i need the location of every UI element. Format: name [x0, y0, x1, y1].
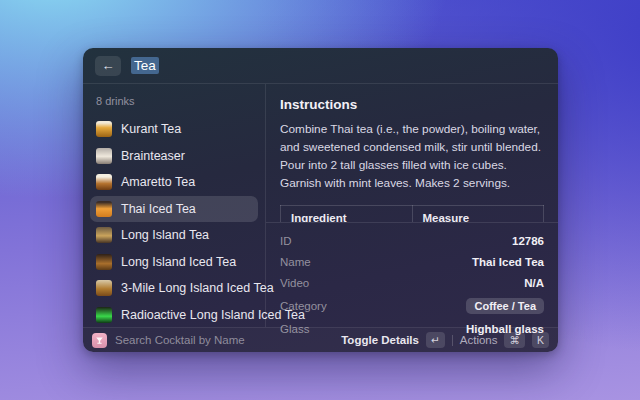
detail-pane: Instructions Combine Thai tea (i.e., the…: [265, 84, 558, 327]
cocktail-glass-icon: [92, 333, 107, 348]
instructions-heading: Instructions: [280, 97, 544, 112]
list-item-long-island-tea[interactable]: Long Island Tea: [90, 222, 258, 248]
search-bar: ← Tea: [83, 48, 558, 84]
category-badge: Coffee / Tea: [466, 298, 544, 314]
drink-thumbnail: [96, 201, 112, 217]
main-split: 8 drinks Kurant Tea Brainteaser Amaretto…: [83, 84, 558, 327]
return-key-icon: ↵: [426, 332, 445, 349]
list-item-amaretto-tea[interactable]: Amaretto Tea: [90, 169, 258, 195]
metadata-label: Video: [280, 277, 309, 289]
list-section-label: 8 drinks: [96, 95, 252, 107]
instructions-text: Combine Thai tea (i.e., the powder), boi…: [280, 121, 544, 193]
column-header-ingredient: Ingredient: [281, 205, 413, 222]
footer-actions: Toggle Details ↵ Actions ⌘ K: [341, 332, 549, 349]
drink-name: Long Island Tea: [121, 228, 209, 242]
actions-menu-button[interactable]: Actions: [460, 334, 498, 346]
metadata-value: 12786: [512, 235, 544, 247]
metadata-row-category: Category Coffee / Tea: [280, 293, 544, 318]
metadata-row-name: Name Thai Iced Tea: [280, 251, 544, 272]
metadata-value: N/A: [524, 277, 544, 289]
footer-bar: Search Cocktail by Name Toggle Details ↵…: [83, 327, 558, 352]
drink-thumbnail: [96, 227, 112, 243]
k-key-icon: K: [532, 332, 549, 349]
drink-name: Long Island Iced Tea: [121, 255, 236, 269]
drink-name: 3-Mile Long Island Iced Tea: [121, 281, 274, 295]
drink-name: Amaretto Tea: [121, 175, 195, 189]
drink-thumbnail: [96, 174, 112, 190]
detail-scroll-area[interactable]: Instructions Combine Thai tea (i.e., the…: [266, 84, 558, 222]
metadata-panel: ID 12786 Name Thai Iced Tea Video N/A Ca…: [266, 222, 558, 339]
drinks-list: 8 drinks Kurant Tea Brainteaser Amaretto…: [83, 84, 265, 327]
command-key-icon: ⌘: [504, 332, 525, 349]
toggle-details-button[interactable]: Toggle Details: [341, 334, 419, 346]
metadata-row-video: Video N/A: [280, 272, 544, 293]
metadata-label: ID: [280, 235, 292, 247]
drink-name: Brainteaser: [121, 149, 185, 163]
drink-thumbnail: [96, 280, 112, 296]
list-item-kurant-tea[interactable]: Kurant Tea: [90, 116, 258, 142]
back-arrow-icon: ←: [102, 58, 115, 73]
column-header-measure: Measure: [412, 205, 544, 222]
drink-thumbnail: [96, 148, 112, 164]
list-item-long-island-iced-tea[interactable]: Long Island Iced Tea: [90, 249, 258, 275]
drink-thumbnail: [96, 307, 112, 323]
drink-thumbnail: [96, 121, 112, 137]
launcher-window: ← Tea 8 drinks Kurant Tea Brainteaser Am…: [83, 48, 558, 352]
metadata-label: Name: [280, 256, 311, 268]
metadata-row-id: ID 12786: [280, 230, 544, 251]
drink-thumbnail: [96, 254, 112, 270]
drink-name: Thai Iced Tea: [121, 202, 196, 216]
search-input[interactable]: Tea: [131, 57, 159, 74]
desktop: { "window": { "search": { "back_label": …: [0, 0, 640, 400]
drink-name: Kurant Tea: [121, 122, 181, 136]
metadata-value: Thai Iced Tea: [472, 256, 544, 268]
back-button[interactable]: ←: [95, 56, 121, 76]
table-header-row: Ingredient Measure: [281, 205, 544, 222]
metadata-label: Category: [280, 300, 327, 312]
list-item-radioactive-long-island-iced-tea[interactable]: Radioactive Long Island Iced Tea: [90, 302, 258, 328]
footer-divider: [452, 335, 453, 346]
list-item-brainteaser[interactable]: Brainteaser: [90, 143, 258, 169]
list-item-3-mile-long-island-iced-tea[interactable]: 3-Mile Long Island Iced Tea: [90, 275, 258, 301]
command-title: Search Cocktail by Name: [115, 334, 245, 346]
list-item-thai-iced-tea[interactable]: Thai Iced Tea: [90, 196, 258, 222]
ingredients-table: Ingredient Measure Tea 1/4 cup Thai: [280, 205, 544, 222]
